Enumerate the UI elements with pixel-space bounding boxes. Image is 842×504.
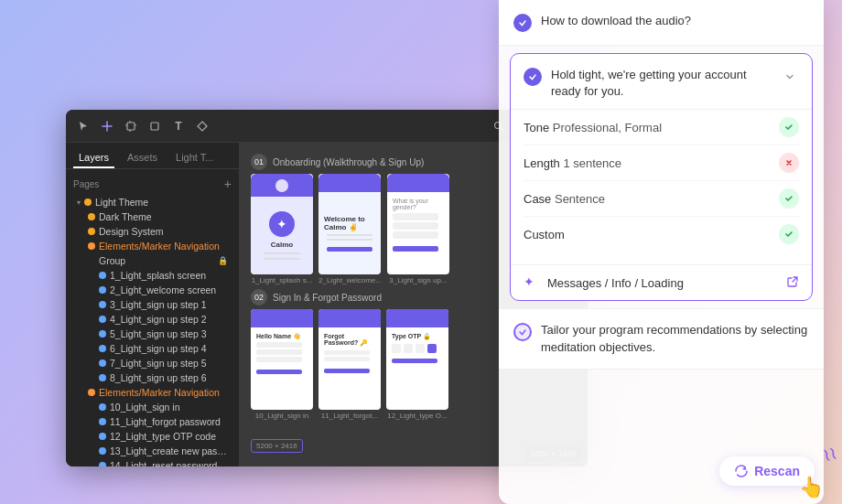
toolbar-text-icon[interactable]: T [170,118,187,134]
canvas-selection: 5200 × 2416 [251,439,303,453]
ai-item-1-text: How to download the audio? [541,13,691,29]
ai-scroll-area[interactable]: How to download the audio? Hold tight, w… [499,0,824,504]
detail-custom-label: Custom [524,228,565,241]
sidebar-item-signup5[interactable]: 7_Light_sign up step 5 [73,356,232,370]
sparkle-icon: ✦ [524,274,540,291]
toolbar-move-icon[interactable] [99,118,115,134]
detail-length-label: Length 1 sentence [524,156,621,170]
toolbar-frame-icon[interactable] [123,118,139,134]
sidebar-pages-section: Pages + ▾ Light Theme Dark Theme Design … [66,169,239,466]
detail-tone: Tone Professional, Formal [524,110,799,145]
sidebar-item-newpassword[interactable]: 13_Light_create new password [73,444,232,458]
section-1-label: 01 Onboarding (Walkthrough & Sign Up) [251,154,449,170]
check-icon-2 [524,68,542,86]
sidebar-item-signup4[interactable]: 6_Light_sign up step 4 [73,341,232,356]
toolbar-shape-icon[interactable] [146,118,163,134]
svg-rect-5 [151,123,158,130]
ai-item-3: Tailor your program recommendations by s… [499,309,824,369]
section-2-num: 02 [251,289,267,306]
messages-label: Messages / Info / Loading [547,276,684,290]
ai-item-2-header: Hold tight, we're getting your account r… [511,54,812,109]
frame-otp[interactable]: Type OTP 🔒 12_Light_type O... [386,309,448,420]
rescan-label: Rescan [754,464,800,478]
sidebar-item-forgot[interactable]: 11_Light_forgot password [73,414,232,429]
add-page-btn[interactable]: + [224,177,232,191]
canvas-section-1: 01 Onboarding (Walkthrough & Sign Up) [251,154,449,284]
frame-splash[interactable]: ✦ Calmo 1_Light_splash s... [251,174,313,284]
sidebar-item-elements-nav-2[interactable]: Elements/Marker Navigation [73,385,232,400]
check-icon-1 [513,14,532,32]
ai-item-2-text: Hold tight, we're getting your account r… [551,67,772,100]
rescan-container: ≀≀ Rescan 👆 [719,456,815,486]
detail-length-icon [779,153,799,173]
frame-signup-1[interactable]: What is your gender? 3_ [387,174,449,284]
sidebar-item-group[interactable]: Group 🔒 [73,253,232,268]
section-2-frames: Hello Name 👋 10_Light_sign in [251,309,448,420]
frame-signin-thumb: Hello Name 👋 [251,309,313,410]
sidebar-item-resetpassword[interactable]: 14_Light_reset password successfu [73,458,232,466]
frame-otp-thumb: Type OTP 🔒 [386,309,448,410]
sidebar-item-dark-theme[interactable]: Dark Theme [73,209,232,224]
sidebar-pages-header: Pages + [73,177,232,191]
detail-case: Case Sentence [524,181,799,217]
detail-length: Length 1 sentence [524,145,799,181]
sidebar-tabs: Layers Assets Light T... [66,143,239,169]
check-circle-outline-3 [513,323,532,341]
frame-forgot[interactable]: Forgot Password? 🔑 11_Light_forgot... [318,309,381,420]
sidebar-item-elements-nav-1[interactable]: Elements/Marker Navigation [73,239,232,253]
sidebar-item-signup1[interactable]: 3_Light_sign up step 1 [73,297,232,312]
detail-case-icon [779,188,799,209]
frame-splash-thumb: ✦ Calmo [251,174,313,274]
sidebar-item-signup3[interactable]: 5_Light_sign up step 3 [73,327,232,341]
canvas-section-2: 02 Sign In & Forgot Password Hello Name … [251,289,448,420]
ai-item-3-row[interactable]: Tailor your program recommendations by s… [499,309,824,368]
frame-welcome-thumb: Welcome to Calmo ✌ [318,174,381,274]
section-2-title: Sign In & Forgot Password [273,293,382,303]
detail-case-label: Case Sentence [524,192,605,206]
section-1-title: Onboarding (Walkthrough & Sign Up) [273,157,424,167]
sidebar-item-splash[interactable]: 1_Light_splash screen [73,268,232,283]
tab-layers[interactable]: Layers [73,148,114,168]
frame-signin[interactable]: Hello Name 👋 10_Light_sign in [251,309,313,420]
messages-left: ✦ Messages / Info / Loading [524,274,684,291]
ai-item-2: Hold tight, we're getting your account r… [499,53,824,309]
messages-row[interactable]: ✦ Messages / Info / Loading [511,264,812,300]
svg-rect-0 [127,123,135,130]
detail-custom: Custom [524,217,799,252]
detail-tone-icon [779,117,799,137]
sidebar-item-light-theme[interactable]: ▾ Light Theme [73,195,232,209]
sidebar-item-otp[interactable]: 12_Light_type OTP code [73,429,232,444]
detail-tone-label: Tone Professional, Formal [524,121,662,134]
section-1-num: 01 [251,154,267,170]
external-link-icon[interactable] [786,275,799,291]
section-2-label: 02 Sign In & Forgot Password [251,289,448,306]
frame-forgot-thumb: Forgot Password? 🔑 [318,309,381,410]
frame-signup-1-thumb: What is your gender? [387,174,449,274]
toolbar-cursor-icon[interactable] [75,118,92,134]
rescan-area: ≀≀ Rescan 👆 [719,456,815,486]
ai-item-1: How to download the audio? [499,0,824,46]
ai-item-1-row[interactable]: How to download the audio? [499,0,824,45]
section-1-frames: ✦ Calmo 1_Light_splash s... [251,174,449,284]
toolbar-component-icon[interactable] [194,118,210,134]
tab-light-theme[interactable]: Light T... [170,148,219,168]
sidebar-item-design-system[interactable]: Design System [73,224,232,239]
cursor-hand-icon: 👆 [799,476,824,499]
detail-custom-icon [779,224,799,244]
sidebar-item-signup2[interactable]: 4_Light_sign up step 2 [73,312,232,327]
ai-item-3-text: Tailor your program recommendations by s… [541,322,809,355]
figma-sidebar: Layers Assets Light T... Pages + ▾ Light… [66,143,240,466]
sidebar-item-welcome[interactable]: 2_Light_welcome screen [73,283,232,297]
frame-welcome[interactable]: Welcome to Calmo ✌ 2_Light_welcome... [318,174,382,284]
ai-panel: How to download the audio? Hold tight, w… [499,0,824,504]
chevron-down-icon[interactable] [781,68,799,86]
tab-assets[interactable]: Assets [122,148,163,168]
sidebar-item-signup6[interactable]: 8_Light_sign up step 6 [73,370,232,385]
ai-item-2-details: Tone Professional, Formal Length 1 sente… [511,109,812,264]
sidebar-item-signin[interactable]: 10_Light_sign in [73,400,232,414]
ai-item-2-card: Hold tight, we're getting your account r… [510,53,813,301]
